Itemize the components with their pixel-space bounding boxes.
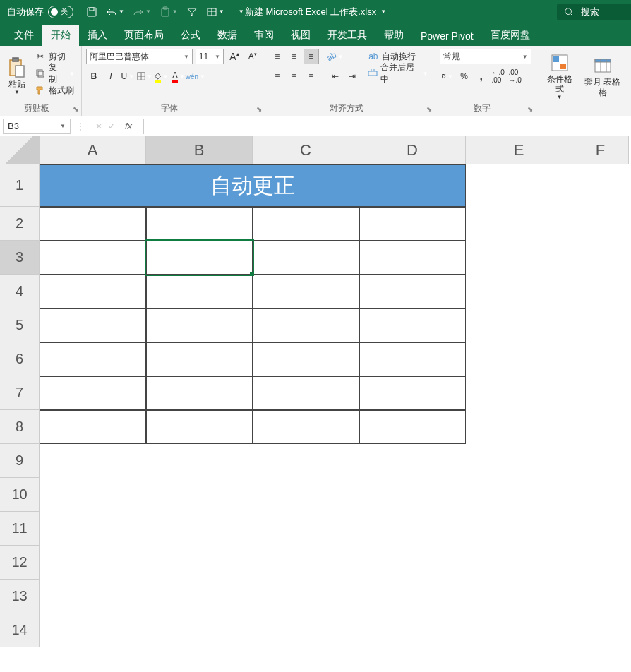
select-all-corner[interactable]: [0, 136, 40, 164]
tab-view[interactable]: 视图: [282, 25, 319, 46]
cell-C7[interactable]: [253, 376, 359, 410]
filter-qat-button[interactable]: [186, 6, 198, 18]
decrease-decimal-button[interactable]: .00→.0: [507, 68, 523, 84]
formula-input[interactable]: [144, 119, 631, 134]
column-header-F[interactable]: F: [572, 136, 629, 164]
column-header-D[interactable]: D: [359, 136, 466, 164]
cell-B5[interactable]: [146, 308, 253, 342]
tab-layout[interactable]: 页面布局: [116, 25, 172, 46]
cell-D8[interactable]: [359, 410, 466, 444]
cell-B4[interactable]: [146, 275, 253, 308]
font-launcher[interactable]: ⬊: [255, 105, 263, 114]
tab-formula[interactable]: 公式: [172, 25, 209, 46]
align-left-button[interactable]: ≡: [270, 68, 285, 84]
selection-handle[interactable]: [250, 272, 254, 276]
tab-pivot[interactable]: Power Pivot: [412, 26, 482, 46]
align-center-button[interactable]: ≡: [287, 68, 302, 84]
align-right-button[interactable]: ≡: [304, 68, 319, 84]
row-header-8[interactable]: 8: [0, 410, 40, 444]
number-launcher[interactable]: ⬊: [526, 105, 534, 114]
table-qat-button[interactable]: ▼: [206, 6, 224, 18]
cell-A3[interactable]: [40, 241, 146, 275]
tab-home[interactable]: 开始: [42, 25, 79, 46]
cell-C6[interactable]: [253, 342, 359, 376]
italic-button[interactable]: I: [103, 68, 119, 84]
cell-A5[interactable]: [40, 308, 146, 342]
merged-cell-A1D1[interactable]: 自动更正: [40, 164, 466, 207]
alignment-launcher[interactable]: ⬊: [425, 105, 433, 114]
row-header-12[interactable]: 12: [0, 546, 40, 580]
cell-B8[interactable]: [146, 410, 253, 444]
increase-font-button[interactable]: A▴: [227, 49, 242, 64]
increase-decimal-button[interactable]: ←.0.00: [491, 68, 506, 84]
cell-C2[interactable]: [253, 207, 359, 241]
tab-help[interactable]: 帮助: [375, 25, 412, 46]
search-box[interactable]: 搜索: [557, 4, 631, 20]
cell-C8[interactable]: [253, 410, 359, 444]
fill-color-button[interactable]: ◇▼: [154, 68, 169, 84]
cell-A4[interactable]: [40, 275, 146, 308]
column-header-B[interactable]: B: [146, 136, 253, 164]
cell-B6[interactable]: [146, 342, 253, 376]
column-header-C[interactable]: C: [253, 136, 359, 164]
align-middle-button[interactable]: ≡: [287, 49, 302, 64]
orientation-button[interactable]: ab▼: [327, 49, 343, 64]
decrease-indent-button[interactable]: ⇤: [327, 68, 343, 84]
cell-D5[interactable]: [359, 308, 466, 342]
row-header-6[interactable]: 6: [0, 342, 40, 376]
name-box[interactable]: B3 ▼: [3, 119, 71, 134]
decrease-font-button[interactable]: A▾: [245, 49, 260, 64]
redo-button[interactable]: ▼: [133, 6, 151, 18]
clipboard-launcher[interactable]: ⬊: [71, 105, 80, 114]
insert-function-button[interactable]: fx: [121, 121, 136, 131]
increase-indent-button[interactable]: ⇥: [344, 68, 360, 84]
currency-button[interactable]: ¤▼: [440, 68, 455, 84]
save-button[interactable]: [86, 6, 97, 18]
column-header-E[interactable]: E: [466, 136, 572, 164]
cell-C4[interactable]: [253, 275, 359, 308]
tab-insert[interactable]: 插入: [79, 25, 116, 46]
row-header-14[interactable]: 14: [0, 613, 40, 647]
row-header-10[interactable]: 10: [0, 478, 40, 512]
autosave-toggle[interactable]: 关: [48, 6, 73, 18]
tab-data[interactable]: 数据: [209, 25, 246, 46]
comma-button[interactable]: ,: [474, 68, 489, 84]
row-header-11[interactable]: 11: [0, 512, 40, 546]
cell-D4[interactable]: [359, 275, 466, 308]
tab-dev[interactable]: 开发工具: [319, 25, 375, 46]
cell-B2[interactable]: [146, 207, 253, 241]
clipboard-qat-button[interactable]: ▼: [160, 6, 178, 18]
cell-C3[interactable]: [253, 241, 359, 275]
cell-A6[interactable]: [40, 342, 146, 376]
align-top-button[interactable]: ≡: [270, 49, 285, 64]
merge-center-button[interactable]: 合并后居中▼: [366, 66, 431, 81]
cell-A8[interactable]: [40, 410, 146, 444]
tab-file[interactable]: 文件: [6, 25, 42, 46]
align-bottom-button[interactable]: ≡: [304, 49, 319, 64]
cell-B7[interactable]: [146, 376, 253, 410]
pinyin-button[interactable]: wén▼: [188, 68, 203, 84]
undo-button[interactable]: ▼: [106, 6, 124, 18]
bold-button[interactable]: B: [86, 68, 102, 84]
font-name-dropdown[interactable]: 阿里巴巴普惠体▼: [86, 49, 193, 64]
tab-review[interactable]: 审阅: [246, 25, 282, 46]
row-header-4[interactable]: 4: [0, 275, 40, 308]
copy-button[interactable]: 复制▼: [32, 66, 77, 81]
tab-baidu[interactable]: 百度网盘: [482, 25, 539, 46]
customize-qat-button[interactable]: ▼: [237, 8, 244, 15]
row-header-1[interactable]: 1: [0, 164, 40, 207]
caret-down-icon[interactable]: ▼: [380, 8, 386, 15]
row-header-2[interactable]: 2: [0, 207, 40, 241]
cell-D7[interactable]: [359, 376, 466, 410]
row-header-9[interactable]: 9: [0, 444, 40, 478]
cell-D6[interactable]: [359, 342, 466, 376]
cell-D2[interactable]: [359, 207, 466, 241]
cell-B3[interactable]: [146, 241, 253, 275]
cell-A7[interactable]: [40, 376, 146, 410]
cell-D3[interactable]: [359, 241, 466, 275]
row-header-5[interactable]: 5: [0, 308, 40, 342]
table-format-button[interactable]: 套月 表格格: [578, 49, 627, 103]
cell-C5[interactable]: [253, 308, 359, 342]
row-header-13[interactable]: 13: [0, 580, 40, 613]
column-header-A[interactable]: A: [40, 136, 146, 164]
